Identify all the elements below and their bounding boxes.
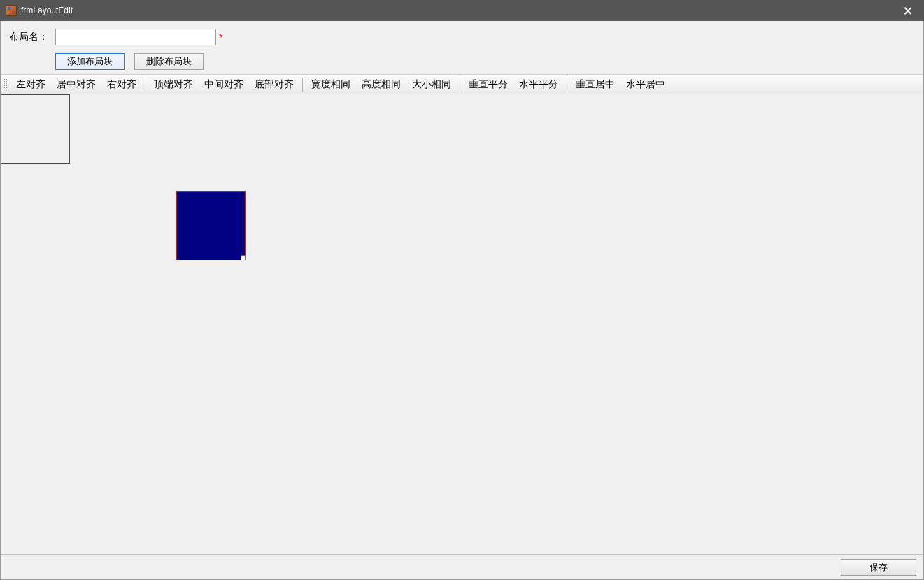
titlebar[interactable]: frmLayoutEdit xyxy=(0,0,924,21)
block-button-row: 添加布局块 删除布局块 xyxy=(55,53,915,70)
canvas-area[interactable] xyxy=(1,94,923,554)
layout-block-selected[interactable] xyxy=(176,191,246,260)
window-title: frmLayoutEdit xyxy=(21,6,892,15)
toolbar-separator xyxy=(302,78,303,92)
distribute-horizontal-button[interactable]: 水平平分 xyxy=(513,76,564,93)
alignment-toolbar: 左对齐 居中对齐 右对齐 顶端对齐 中间对齐 底部对齐 宽度相同 高度相同 大小… xyxy=(1,75,923,94)
align-center-button[interactable]: 居中对齐 xyxy=(51,76,101,93)
add-block-button[interactable]: 添加布局块 xyxy=(55,53,125,70)
layout-block[interactable] xyxy=(1,94,70,164)
layout-name-input[interactable] xyxy=(55,29,216,45)
client-area: 布局名： * 添加布局块 删除布局块 左对齐 居中对齐 右对齐 顶端对齐 中间对… xyxy=(0,21,924,580)
layout-name-label: 布局名： xyxy=(9,31,55,43)
center-vertical-button[interactable]: 垂直居中 xyxy=(570,76,620,93)
center-horizontal-button[interactable]: 水平居中 xyxy=(620,76,671,93)
delete-block-button[interactable]: 删除布局块 xyxy=(134,53,204,70)
toolbar-separator xyxy=(145,78,145,92)
save-button[interactable]: 保存 xyxy=(841,559,916,576)
same-size-button[interactable]: 大小相同 xyxy=(406,76,457,93)
close-icon xyxy=(904,7,911,14)
window-frame: frmLayoutEdit 布局名： * 添加布局块 删除布局块 左对齐 居中对… xyxy=(0,0,924,580)
align-top-button[interactable]: 顶端对齐 xyxy=(148,76,199,93)
align-left-button[interactable]: 左对齐 xyxy=(10,76,51,93)
toolbar-separator xyxy=(567,78,567,92)
align-bottom-button[interactable]: 底部对齐 xyxy=(249,76,299,93)
required-marker: * xyxy=(219,31,222,43)
top-panel: 布局名： * 添加布局块 删除布局块 xyxy=(1,21,923,75)
align-middle-button[interactable]: 中间对齐 xyxy=(199,76,249,93)
bottom-bar: 保存 xyxy=(1,554,923,579)
same-height-button[interactable]: 高度相同 xyxy=(356,76,406,93)
layout-name-row: 布局名： * xyxy=(9,28,915,46)
toolbar-grip-icon xyxy=(3,78,8,91)
close-button[interactable] xyxy=(892,0,924,21)
align-right-button[interactable]: 右对齐 xyxy=(101,76,142,93)
toolbar-separator xyxy=(460,78,460,92)
app-icon xyxy=(6,5,17,16)
same-width-button[interactable]: 宽度相同 xyxy=(306,76,356,93)
distribute-vertical-button[interactable]: 垂直平分 xyxy=(463,76,513,93)
resize-handle[interactable] xyxy=(241,255,246,260)
